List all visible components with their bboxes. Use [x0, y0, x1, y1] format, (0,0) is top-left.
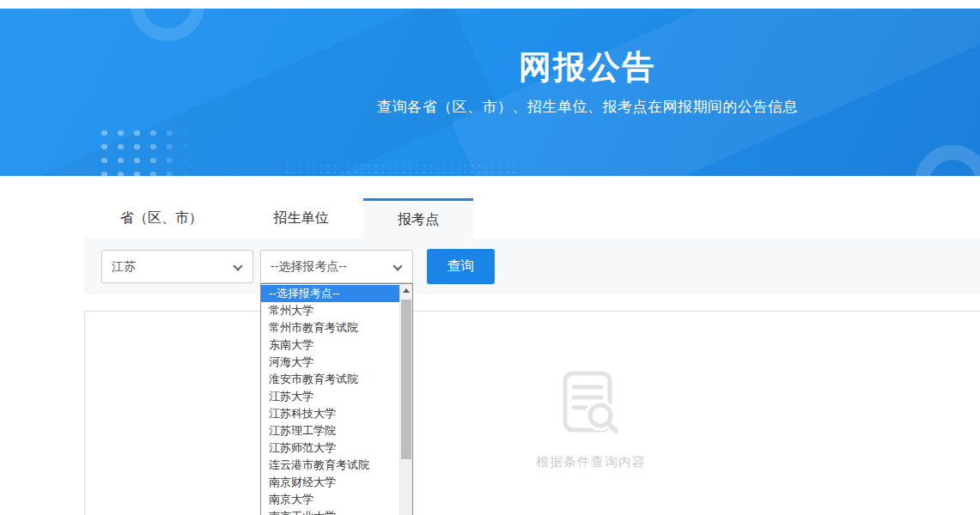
results-panel: 根据条件查询内容	[84, 311, 980, 515]
empty-state-message: 根据条件查询内容	[536, 454, 646, 470]
banner-content: 网报公告 查询各省（区、市）、招生单位、报考点在网报期间的公告信息	[195, 48, 980, 117]
tab-province[interactable]: 省（区、市）	[84, 198, 239, 239]
exam-site-select[interactable]: --选择报考点--	[260, 250, 413, 283]
exam-site-dropdown-list: --选择报考点-- 常州大学 常州市教育考试院 东南大学 河海大学 淮安市教育考…	[260, 283, 413, 515]
empty-state: 根据条件查询内容	[536, 370, 646, 470]
tab-exam-site[interactable]: 报考点	[363, 198, 473, 239]
exam-site-select-value: --选择报考点--	[271, 259, 347, 275]
province-select[interactable]: 江苏	[101, 250, 253, 283]
dropdown-option[interactable]: 连云港市教育考试院	[261, 457, 399, 474]
dropdown-option[interactable]: 常州大学	[261, 302, 399, 319]
chevron-down-icon	[233, 261, 242, 270]
tab-admission-unit[interactable]: 招生单位	[239, 198, 363, 239]
query-button[interactable]: 查询	[427, 249, 495, 284]
document-search-icon	[562, 370, 620, 440]
dropdown-options: --选择报考点-- 常州大学 常州市教育考试院 东南大学 河海大学 淮安市教育考…	[261, 285, 399, 515]
ring-decoration	[915, 145, 980, 176]
dots-pattern	[93, 123, 189, 176]
dropdown-option[interactable]: 东南大学	[261, 336, 399, 354]
dropdown-option[interactable]: 江苏大学	[261, 388, 399, 405]
dropdown-option[interactable]: 江苏科技大学	[261, 405, 399, 422]
page-title: 网报公告	[195, 48, 980, 86]
tab-label: 报考点	[398, 211, 439, 229]
banner: 网报公告 查询各省（区、市）、招生单位、报考点在网报期间的公告信息	[0, 9, 980, 176]
filter-bar: 江苏 --选择报考点-- 查询	[84, 239, 980, 294]
scrollbar-thumb[interactable]	[401, 300, 411, 459]
dropdown-option[interactable]: 淮安市教育考试院	[261, 371, 399, 388]
dropdown-option[interactable]: 南京大学	[261, 491, 399, 508]
dropdown-option[interactable]: 南京工业大学	[261, 508, 399, 515]
tab-bar: 省（区、市） 招生单位 报考点	[84, 198, 473, 239]
dropdown-scrollbar[interactable]	[399, 284, 412, 515]
scroll-up-arrow[interactable]	[400, 284, 412, 297]
dropdown-option[interactable]: 南京财经大学	[261, 474, 399, 491]
tab-label: 省（区、市）	[120, 209, 203, 227]
dropdown-option[interactable]: 河海大学	[261, 354, 399, 371]
tab-label: 招生单位	[274, 209, 329, 227]
page-subtitle: 查询各省（区、市）、招生单位、报考点在网报期间的公告信息	[195, 97, 980, 117]
dropdown-option[interactable]: --选择报考点--	[261, 285, 399, 302]
chevron-down-icon	[393, 261, 402, 270]
speckle-pattern	[283, 162, 515, 176]
ring-decoration	[131, 9, 204, 41]
dropdown-option[interactable]: 常州市教育考试院	[261, 319, 399, 336]
province-select-value: 江苏	[112, 259, 136, 275]
dropdown-option[interactable]: 江苏理工学院	[261, 422, 399, 439]
dropdown-option[interactable]: 江苏师范大学	[261, 439, 399, 457]
